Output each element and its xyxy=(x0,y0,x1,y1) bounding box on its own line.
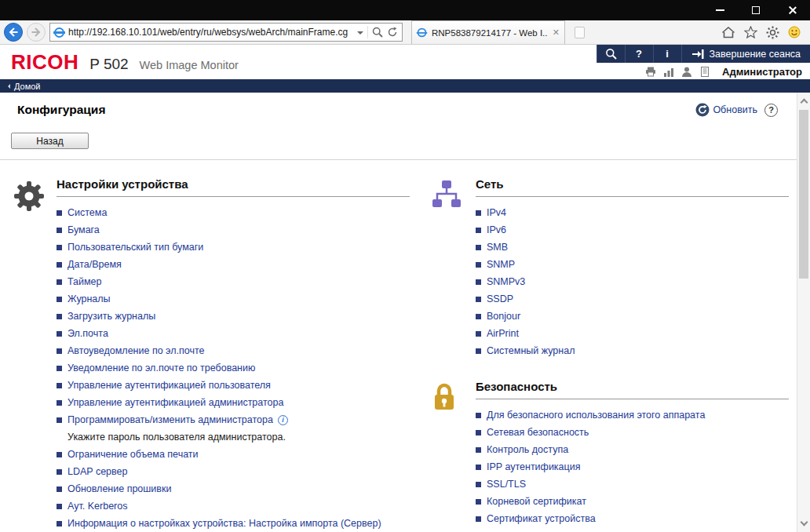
window-maximize-button[interactable] xyxy=(738,0,774,20)
config-link[interactable]: SSL/TLS xyxy=(487,479,526,490)
favorites-star-icon[interactable] xyxy=(744,26,757,38)
page-help-button[interactable]: ? xyxy=(764,104,778,117)
config-link[interactable]: LDAP сервер xyxy=(68,466,127,477)
config-link[interactable]: Сетевая безопасность xyxy=(487,427,589,438)
config-list-item: SMB xyxy=(476,239,789,256)
header-help-button[interactable]: ? xyxy=(625,45,653,63)
config-list-item: Пользовательский тип бумаги xyxy=(57,239,410,256)
new-tab-icon xyxy=(575,27,585,38)
refresh-icon xyxy=(695,103,710,117)
printer-status-icon[interactable] xyxy=(645,67,656,77)
gear-icon xyxy=(11,179,47,213)
breadcrumb-arrow-icon xyxy=(5,84,10,89)
new-tab-button[interactable] xyxy=(569,24,589,41)
document-status-icon[interactable] xyxy=(699,67,710,77)
config-link[interactable]: Ограничение объема печати xyxy=(68,449,199,460)
config-list-item: SNMPv3 xyxy=(476,273,789,290)
header-status-row: Администратор xyxy=(645,64,802,78)
section-device-settings: Настройки устройства СистемаБумагаПользо… xyxy=(11,177,410,532)
config-link[interactable]: Информация о настройках устройства: Наст… xyxy=(68,518,381,529)
network-status-icon[interactable] xyxy=(663,67,674,77)
back-button[interactable] xyxy=(4,23,23,42)
back-page-button[interactable]: Назад xyxy=(11,133,89,149)
refresh-label: Обновить xyxy=(713,104,757,115)
config-link[interactable]: Bonjour xyxy=(487,311,520,322)
config-link[interactable]: SNMP xyxy=(487,259,515,270)
refresh-button[interactable]: Обновить xyxy=(695,103,757,117)
vertical-scrollbar[interactable] xyxy=(797,93,810,532)
info-icon[interactable]: i xyxy=(278,415,288,425)
config-link[interactable]: AirPrint xyxy=(487,328,519,339)
page-header: Конфигурация Обновить ? xyxy=(0,93,797,117)
config-list-item: Уведомление по эл.почте по требованию xyxy=(57,359,410,377)
scrollbar-thumb[interactable] xyxy=(799,110,808,279)
config-link[interactable]: Программировать/изменить администратора xyxy=(68,414,273,425)
bullet-square-icon xyxy=(476,413,481,418)
config-list-item: SSL/TLS xyxy=(476,476,789,493)
window-minimize-button[interactable] xyxy=(702,0,738,20)
config-list-item: Управление аутентификацией администратор… xyxy=(57,394,410,411)
browser-tab[interactable]: RNP583879214177 - Web I... ✕ xyxy=(411,20,565,44)
config-link[interactable]: Аут. Kerberos xyxy=(68,501,127,512)
user-status-icon[interactable] xyxy=(681,67,692,77)
scrollbar-down-button[interactable] xyxy=(797,517,810,530)
config-link[interactable]: Бумага xyxy=(68,224,100,235)
breadcrumb-bar: Домой xyxy=(0,79,810,93)
config-link[interactable]: Обновление прошивки xyxy=(68,483,171,494)
config-link[interactable]: Для безопасного использования этого аппа… xyxy=(487,410,705,421)
security-list: Для безопасного использования этого аппа… xyxy=(476,406,789,527)
config-list-item: LDAP сервер xyxy=(57,463,410,480)
tab-close-button[interactable]: ✕ xyxy=(553,28,560,37)
config-link[interactable]: Автоуведомление по эл.почте xyxy=(68,345,204,356)
config-link[interactable]: Загрузить журналы xyxy=(68,311,155,322)
config-link[interactable]: Управление аутентификацией пользователя xyxy=(68,380,271,391)
address-dropdown-caret[interactable] xyxy=(357,31,363,38)
address-url[interactable]: http://192.168.10.101/web/entry/ru/websy… xyxy=(68,27,353,38)
scrollbar-up-button[interactable] xyxy=(797,94,810,107)
lock-icon xyxy=(430,381,458,413)
config-link[interactable]: IPP аутентификация xyxy=(487,461,580,472)
bullet-square-icon xyxy=(57,314,62,319)
config-link[interactable]: IPv6 xyxy=(487,224,506,235)
bullet-square-icon xyxy=(57,452,62,457)
config-link[interactable]: SNMPv3 xyxy=(487,276,525,287)
config-link[interactable]: Дата/Время xyxy=(68,259,122,270)
feedback-smiley-icon[interactable] xyxy=(788,26,801,38)
config-list-item: IPP аутентификация xyxy=(476,458,789,476)
bullet-square-icon xyxy=(476,297,481,302)
address-search-icon[interactable] xyxy=(372,27,383,38)
device-settings-list: СистемаБумагаПользовательский тип бумаги… xyxy=(57,204,410,532)
config-link[interactable]: Корневой сертификат xyxy=(487,496,586,507)
header-search-button[interactable] xyxy=(597,45,625,63)
forward-button[interactable] xyxy=(27,23,46,42)
config-item-note: Укажите пароль пользователя администрато… xyxy=(57,428,410,446)
settings-gear-icon[interactable] xyxy=(766,26,779,39)
config-list-item: Системный журнал xyxy=(476,342,789,359)
config-link[interactable]: Журналы xyxy=(68,293,111,304)
config-link[interactable]: Эл.почта xyxy=(68,328,108,339)
config-link[interactable]: Сертификат устройства xyxy=(487,513,596,524)
config-link[interactable]: Контроль доступа xyxy=(487,444,568,455)
config-link[interactable]: Системный журнал xyxy=(487,345,575,356)
config-list-item: Информация о настройках устройства: Наст… xyxy=(57,515,410,532)
bullet-square-icon xyxy=(57,383,62,388)
config-link[interactable]: SMB xyxy=(487,242,508,253)
config-link[interactable]: IPv4 xyxy=(487,207,506,218)
address-bar[interactable]: http://192.168.10.101/web/entry/ru/websy… xyxy=(49,23,403,42)
config-link[interactable]: Таймер xyxy=(68,276,102,287)
config-link[interactable]: Система xyxy=(68,207,107,218)
config-link[interactable]: Пользовательский тип бумаги xyxy=(68,242,203,253)
header-info-button[interactable]: i xyxy=(653,45,681,63)
address-refresh-icon[interactable] xyxy=(387,27,398,38)
home-icon[interactable] xyxy=(721,26,735,38)
logout-button[interactable]: Завершение сеанса xyxy=(681,45,810,63)
config-link[interactable]: SSDP xyxy=(487,293,513,304)
breadcrumb-home-link[interactable]: Домой xyxy=(14,82,41,91)
config-link[interactable]: Уведомление по эл.почте по требованию xyxy=(68,363,255,373)
window-close-button[interactable] xyxy=(774,0,810,20)
left-column: Настройки устройства СистемаБумагаПользо… xyxy=(11,177,410,532)
config-list-item: Автоуведомление по эл.почте xyxy=(57,342,410,359)
bullet-square-icon xyxy=(476,447,481,453)
config-link[interactable]: Управление аутентификацией администратор… xyxy=(68,397,283,408)
config-list-item: Ограничение объема печати xyxy=(57,446,410,463)
